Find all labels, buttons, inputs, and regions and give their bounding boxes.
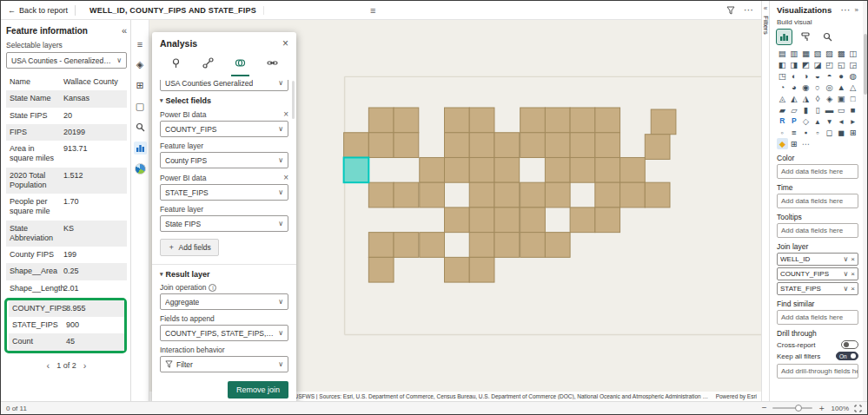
time-field-well[interactable]: Add data fields here	[777, 194, 858, 208]
county-shape[interactable]	[520, 182, 546, 208]
collapse-panel-icon[interactable]: «	[122, 25, 127, 36]
format-visual-tab-icon[interactable]	[798, 30, 813, 44]
county-shape[interactable]	[445, 208, 470, 233]
county-shape[interactable]	[420, 182, 445, 208]
county-shape[interactable]	[595, 108, 620, 133]
visual-type-icon[interactable]: ○	[812, 82, 824, 93]
county-shape[interactable]	[570, 133, 595, 158]
county-shape[interactable]	[469, 133, 494, 158]
add-fields-button[interactable]: ＋ Add fields	[160, 239, 219, 256]
selection-tool-icon[interactable]: ▢	[134, 100, 147, 113]
map-canvas[interactable]: ≡ ◈ ⊞ ▢ Analysis ×	[131, 20, 761, 401]
visual-type-icon[interactable]: ▭	[836, 104, 847, 115]
visual-type-icon[interactable]: ◳	[777, 70, 788, 82]
drill-through-field-well[interactable]: Add drill-through fields here	[777, 364, 858, 379]
county-shape[interactable]	[469, 108, 494, 133]
visual-type-icon[interactable]: ▣	[836, 93, 847, 104]
chevron-down-icon[interactable]: ∨	[843, 285, 848, 293]
county-shape[interactable]	[445, 157, 470, 182]
interaction-behavior-dropdown[interactable]: Filter ∨	[160, 356, 288, 372]
zoom-slider[interactable]	[772, 407, 812, 409]
county-shape[interactable]	[494, 133, 520, 158]
table-row[interactable]: State FIPS20	[6, 108, 127, 124]
visual-type-icon[interactable]: ◭	[789, 93, 800, 104]
county-shape[interactable]	[645, 135, 670, 160]
table-row[interactable]: Count45	[9, 333, 124, 350]
visual-type-icon[interactable]: ◩	[800, 59, 812, 70]
table-row[interactable]: State AbbreviationKS	[6, 221, 127, 247]
visual-type-icon[interactable]: ●	[836, 70, 847, 82]
visual-type-icon[interactable]: ⋯	[800, 138, 812, 149]
county-shape[interactable]	[344, 133, 369, 158]
remove-field-icon[interactable]: ×	[851, 285, 855, 293]
visual-type-icon[interactable]: ▪	[800, 127, 812, 138]
visual-type-icon[interactable]: ◑	[800, 70, 812, 82]
county-shape[interactable]	[445, 257, 470, 282]
feature-layer-dropdown[interactable]: County FIPS∨	[160, 152, 288, 168]
filters-pane-collapsed[interactable]: « Filters	[761, 1, 769, 401]
color-field-well[interactable]: Add data fields here	[777, 164, 858, 179]
table-row[interactable]: People per square mile1.70	[6, 194, 127, 221]
county-shape[interactable]	[469, 233, 494, 258]
join-layer-tab-icon[interactable]	[231, 55, 249, 76]
zoom-slider-thumb[interactable]	[795, 405, 802, 412]
zoom-in-icon[interactable]: ＋	[818, 404, 826, 412]
selectable-layers-dropdown[interactable]: USA Counties - Generalized - P... ∨	[6, 52, 127, 69]
chevron-down-icon[interactable]: ∨	[843, 255, 848, 263]
selected-county-shape[interactable]	[344, 157, 369, 182]
county-shape[interactable]	[445, 133, 470, 158]
county-shape[interactable]	[368, 182, 394, 208]
county-shape[interactable]	[595, 182, 620, 208]
visual-type-icon[interactable]: ◫	[847, 48, 858, 59]
county-shape[interactable]	[595, 133, 620, 158]
tooltips-field-well[interactable]: Add data fields here	[777, 223, 858, 238]
field-pill[interactable]: COUNTY_FIPS∨×	[777, 267, 858, 280]
previous-page-icon[interactable]: ‹	[47, 360, 50, 371]
county-shape[interactable]	[545, 108, 570, 133]
search-icon[interactable]	[134, 121, 147, 134]
county-shape[interactable]	[394, 233, 419, 258]
visual-type-icon[interactable]: ◰	[824, 59, 835, 70]
remove-field-icon[interactable]: ×	[283, 109, 288, 119]
layers-icon[interactable]: ◈	[134, 58, 147, 71]
visual-type-icon[interactable]: ▧	[812, 48, 824, 59]
visual-type-icon[interactable]: □	[847, 93, 858, 104]
county-shape[interactable]	[368, 257, 394, 282]
cross-report-toggle[interactable]	[841, 340, 858, 349]
visual-type-icon[interactable]: ◍	[847, 70, 858, 82]
county-shape[interactable]	[520, 233, 546, 258]
visual-type-icon[interactable]: ◕	[789, 82, 800, 93]
table-row[interactable]: County FIPS199	[6, 247, 127, 263]
table-row[interactable]: NameWallace County	[6, 74, 127, 90]
county-shape[interactable]	[494, 157, 520, 182]
power-bi-data-dropdown[interactable]: COUNTY_FIPS∨	[160, 121, 288, 137]
table-row[interactable]: FIPS20199	[6, 124, 127, 141]
county-shape[interactable]	[420, 157, 445, 182]
field-pill[interactable]: STATE_FIPS∨×	[777, 282, 858, 295]
chevron-down-icon[interactable]: ∨	[843, 270, 848, 278]
visual-type-icon[interactable]: ◧	[777, 59, 788, 70]
visual-type-icon[interactable]: ◂	[836, 115, 847, 127]
visual-type-icon[interactable]: ⊞	[847, 127, 858, 138]
basemap-icon[interactable]: ⊞	[134, 79, 147, 92]
county-shape[interactable]	[469, 157, 494, 182]
county-shape[interactable]	[570, 157, 595, 182]
table-row[interactable]: Shape__Area0.25	[6, 263, 127, 280]
visual-type-icon[interactable]: ◬	[777, 93, 788, 104]
county-shape[interactable]	[469, 182, 494, 208]
county-shape[interactable]	[620, 182, 646, 208]
table-row[interactable]: Area in square miles913.71	[6, 141, 127, 168]
county-shape[interactable]	[595, 157, 620, 182]
county-shape[interactable]	[445, 108, 470, 133]
county-shape[interactable]	[645, 182, 670, 208]
visual-type-icon[interactable]: ▴	[812, 115, 824, 127]
visual-type-icon[interactable]: ◦	[777, 127, 788, 138]
remove-field-icon[interactable]: ×	[283, 173, 288, 182]
visual-type-icon[interactable]: ◐	[789, 70, 800, 82]
county-shape[interactable]	[394, 182, 419, 208]
find-similar-field-well[interactable]: Add data fields here	[777, 310, 858, 325]
close-icon[interactable]: ×	[282, 37, 288, 49]
visual-type-icon[interactable]: ▥	[789, 48, 800, 59]
visual-type-icon[interactable]: ≡	[789, 127, 800, 138]
county-shape[interactable]	[520, 108, 546, 133]
